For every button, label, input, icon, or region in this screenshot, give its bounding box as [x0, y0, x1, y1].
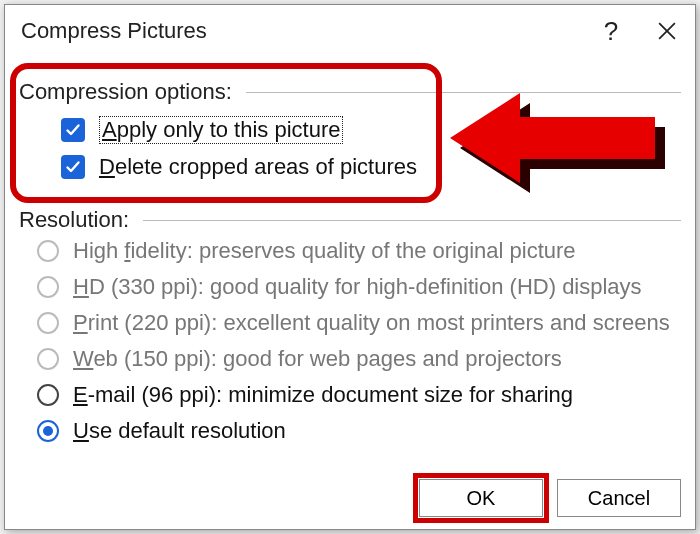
- section-header-compression: Compression options:: [19, 79, 681, 105]
- resolution-option-5[interactable]: Use default resolution: [19, 413, 681, 449]
- mnemonic: H: [73, 274, 89, 299]
- resolution-radio-0: [37, 240, 59, 262]
- section-divider: [246, 92, 681, 93]
- section-header-resolution: Resolution:: [19, 207, 681, 233]
- dialog-title: Compress Pictures: [21, 18, 583, 44]
- resolution-option-4[interactable]: E-mail (96 ppi): minimize document size …: [19, 377, 681, 413]
- cancel-button[interactable]: Cancel: [557, 479, 681, 517]
- resolution-radio-2: [37, 312, 59, 334]
- label-rest: idelity: preserves quality of the origin…: [130, 238, 575, 263]
- close-button[interactable]: [639, 5, 695, 57]
- delete-cropped-checkbox-row[interactable]: Delete cropped areas of pictures: [19, 149, 681, 185]
- mnemonic: P: [73, 310, 88, 335]
- mnemonic: D: [99, 154, 115, 179]
- label-rest: elete cropped areas of pictures: [115, 154, 417, 179]
- resolution-radio-1: [37, 276, 59, 298]
- dialog-button-bar: OK Cancel: [419, 479, 681, 517]
- mnemonic: U: [73, 418, 89, 443]
- delete-cropped-checkbox[interactable]: [61, 155, 85, 179]
- label-rest: -mail (96 ppi): minimize document size f…: [88, 382, 573, 407]
- compress-pictures-dialog: Compress Pictures ? Compression options:…: [4, 4, 696, 530]
- resolution-label-4: E-mail (96 ppi): minimize document size …: [73, 382, 573, 408]
- label-pre: High: [73, 238, 124, 263]
- resolution-radio-3: [37, 348, 59, 370]
- resolution-radio-4[interactable]: [37, 384, 59, 406]
- resolution-option-2: Print (220 ppi): excellent quality on mo…: [19, 305, 681, 341]
- section-divider: [143, 220, 681, 221]
- resolution-title: Resolution:: [19, 207, 129, 233]
- help-button[interactable]: ?: [583, 5, 639, 57]
- resolution-option-3: Web (150 ppi): good for web pages and pr…: [19, 341, 681, 377]
- resolution-option-1: HD (330 ppi): good quality for high-defi…: [19, 269, 681, 305]
- resolution-label-5: Use default resolution: [73, 418, 286, 444]
- resolution-section: Resolution: High fidelity: preserves qua…: [5, 185, 695, 449]
- resolution-label-3: Web (150 ppi): good for web pages and pr…: [73, 346, 562, 372]
- compression-options-section: Compression options: Apply only to this …: [5, 57, 695, 185]
- label-rest: pply only to this picture: [117, 117, 341, 142]
- check-icon: [65, 122, 81, 138]
- resolution-label-0: High fidelity: preserves quality of the …: [73, 238, 576, 264]
- compression-options-title: Compression options:: [19, 79, 232, 105]
- ok-button-wrap: OK: [419, 479, 543, 517]
- resolution-option-0: High fidelity: preserves quality of the …: [19, 233, 681, 269]
- mnemonic: E: [73, 382, 88, 407]
- apply-only-checkbox[interactable]: [61, 118, 85, 142]
- apply-only-checkbox-row[interactable]: Apply only to this picture: [19, 111, 681, 149]
- resolution-label-2: Print (220 ppi): excellent quality on mo…: [73, 310, 670, 336]
- delete-cropped-label: Delete cropped areas of pictures: [99, 154, 417, 180]
- mnemonic: A: [102, 117, 117, 142]
- resolution-radio-5[interactable]: [37, 420, 59, 442]
- label-rest: D (330 ppi): good quality for high-defin…: [89, 274, 642, 299]
- label-rest: se default resolution: [89, 418, 286, 443]
- close-icon: [658, 22, 676, 40]
- label-rest: eb (150 ppi): good for web pages and pro…: [93, 346, 561, 371]
- dialog-titlebar: Compress Pictures ?: [5, 5, 695, 57]
- resolution-label-1: HD (330 ppi): good quality for high-defi…: [73, 274, 642, 300]
- check-icon: [65, 159, 81, 175]
- mnemonic: W: [73, 346, 93, 371]
- ok-button[interactable]: OK: [419, 479, 543, 517]
- apply-only-label: Apply only to this picture: [99, 116, 343, 144]
- label-rest: rint (220 ppi): excellent quality on mos…: [88, 310, 670, 335]
